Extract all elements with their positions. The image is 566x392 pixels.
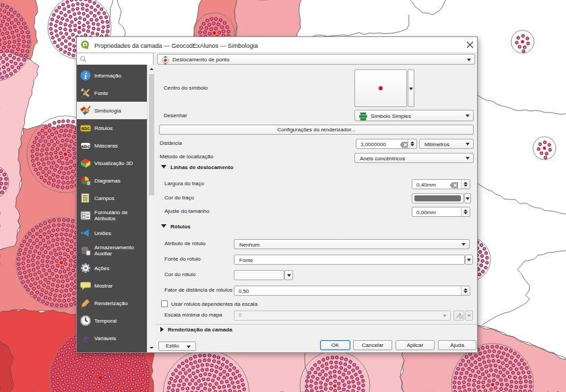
svg-text:abc: abc xyxy=(81,143,90,149)
svg-text:ε: ε xyxy=(84,333,88,344)
svg-text:abc: abc xyxy=(82,125,90,131)
